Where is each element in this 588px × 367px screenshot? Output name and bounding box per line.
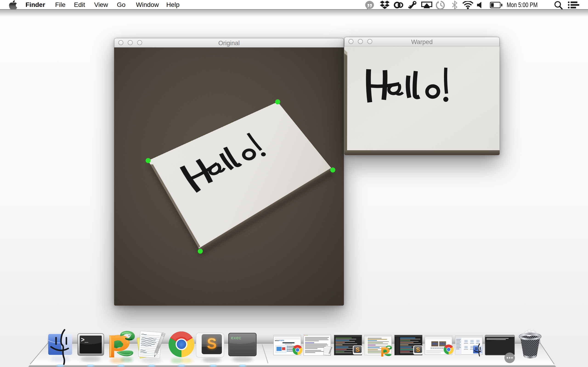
svg-text:>_: >_ [81, 337, 88, 344]
svg-text:S: S [416, 346, 420, 353]
svg-text:S: S [355, 346, 359, 353]
svg-text:wisePOPS: wisePOPS [275, 340, 284, 342]
svg-text:exec: exec [231, 336, 242, 341]
svg-text:S: S [207, 335, 217, 352]
